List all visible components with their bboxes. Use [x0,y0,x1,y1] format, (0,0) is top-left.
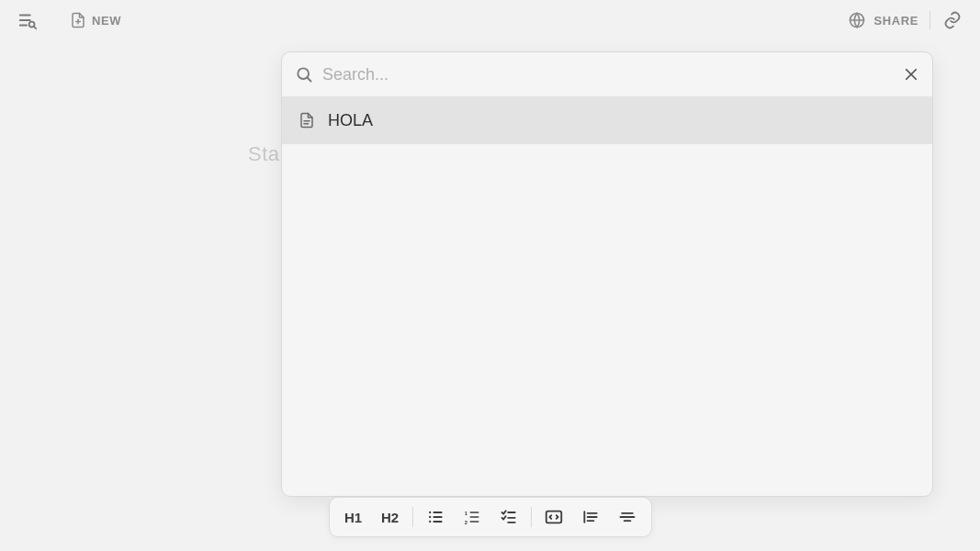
heading1-label: H1 [344,510,362,525]
svg-point-16 [429,516,431,518]
topbar: NEW SHARE [0,0,980,40]
search-icon [295,65,313,84]
search-results: HOLA [282,96,932,496]
quote-button[interactable] [572,500,609,534]
checklist-icon [500,508,518,526]
svg-text:1: 1 [464,511,467,516]
svg-text:2: 2 [464,520,467,525]
quote-icon [581,508,600,526]
divider [929,11,930,29]
search-row [282,52,932,96]
new-document-icon [70,12,86,28]
menu-search-icon [17,10,38,30]
bullet-list-icon [426,508,445,526]
new-document-button[interactable]: NEW [62,4,129,37]
share-label: SHARE [873,14,918,28]
svg-point-15 [429,512,431,513]
editor-placeholder: Sta [248,142,280,166]
close-button[interactable] [899,62,923,86]
bullet-list-button[interactable] [417,500,454,534]
divider [531,507,532,527]
divider [412,507,413,527]
new-document-label: NEW [92,14,121,28]
link-icon [942,10,963,30]
search-result-title: HOLA [328,111,373,130]
divider-button[interactable] [609,500,646,534]
svg-line-10 [308,78,311,82]
svg-point-17 [429,521,431,523]
menu-search-button[interactable] [11,4,44,37]
numbered-list-icon: 1 2 [463,508,481,526]
heading1-button[interactable]: H1 [335,500,372,534]
code-block-button[interactable] [535,500,572,534]
checklist-button[interactable] [490,500,527,534]
heading2-label: H2 [381,510,399,525]
code-block-icon [544,507,564,527]
numbered-list-button[interactable]: 1 2 [454,500,490,534]
topbar-left: NEW [11,4,129,37]
search-modal: HOLA [281,51,933,497]
search-result-item[interactable]: HOLA [282,96,932,144]
close-icon [903,66,919,83]
link-button[interactable] [936,4,969,37]
svg-rect-29 [546,512,561,523]
share-button[interactable]: SHARE [842,4,924,37]
document-icon [299,112,315,129]
topbar-right: SHARE [842,4,969,37]
horizontal-rule-icon [618,508,636,526]
search-input[interactable] [322,65,899,84]
heading2-button[interactable]: H2 [372,500,409,534]
globe-icon [848,11,866,29]
format-toolbar: H1 H2 1 2 [329,497,652,537]
svg-line-4 [34,27,36,28]
